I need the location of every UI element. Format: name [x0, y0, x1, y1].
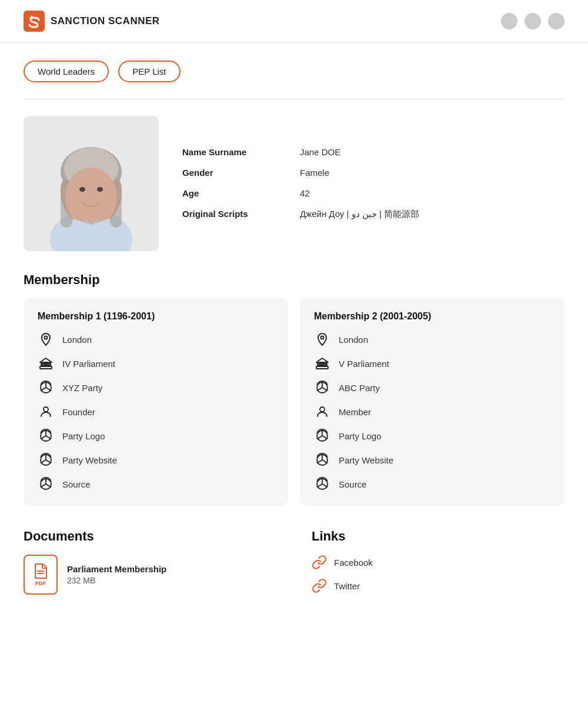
- svg-rect-30: [323, 362, 325, 366]
- membership-1-text-2: XYZ Party: [62, 383, 102, 393]
- location-icon-2: [314, 331, 330, 348]
- link-icon-facebook: [312, 555, 327, 570]
- party-website-icon-2: [314, 452, 330, 468]
- party-logo-icon-2: [314, 428, 330, 444]
- membership-2-text-3: Member: [339, 407, 371, 417]
- label-original-scripts: Original Scripts: [182, 209, 276, 220]
- value-age: 42: [300, 188, 310, 198]
- links-title: Links: [312, 529, 564, 544]
- svg-rect-31: [326, 362, 327, 366]
- doc-info-0: Parliament Membership 232 MB: [67, 564, 166, 585]
- membership-1-text-0: London: [62, 335, 92, 345]
- membership-2-text-4: Party Logo: [339, 431, 382, 441]
- profile-photo: [24, 116, 159, 251]
- link-item-0[interactable]: Facebook: [312, 555, 564, 570]
- svg-rect-29: [322, 362, 323, 366]
- profile-row-gender: Gender Famele: [182, 168, 419, 178]
- membership-2-text-0: London: [339, 335, 368, 345]
- logo-text: SANCTION SCANNER: [51, 15, 160, 27]
- documents-col: Documents PDF Parliament Membership 232 …: [24, 529, 276, 595]
- membership-2-text-2: ABC Party: [339, 383, 380, 393]
- profile-row-scripts: Original Scripts Джейн Доу | جین دو | 简能…: [182, 209, 419, 220]
- svg-rect-19: [49, 362, 51, 366]
- svg-rect-15: [41, 362, 42, 366]
- svg-rect-18: [47, 362, 48, 366]
- profile-info: Name Surname Jane DOE Gender Famele Age …: [182, 116, 419, 251]
- links-col: Links Facebook Twitter: [312, 529, 564, 595]
- location-icon: [38, 331, 54, 348]
- membership-card-2: Membership 2 (2001-2005) London: [300, 298, 564, 505]
- membership-section-title: Membership: [24, 272, 564, 288]
- svg-point-13: [45, 336, 48, 339]
- parliament-icon-2: [314, 355, 330, 372]
- label-age: Age: [182, 188, 276, 198]
- doc-title-0: Parliament Membership: [67, 564, 166, 574]
- parliament-icon: [38, 355, 54, 372]
- membership-1-text-4: Party Logo: [62, 431, 105, 441]
- value-name-surname: Jane DOE: [300, 147, 340, 157]
- label-name-surname: Name Surname: [182, 147, 276, 157]
- party-icon-1: [38, 379, 54, 396]
- svg-point-21: [44, 407, 48, 412]
- svg-point-33: [320, 407, 325, 412]
- tab-pep-list[interactable]: PEP List: [118, 61, 180, 82]
- header-circles: [501, 13, 564, 29]
- link-label-0: Facebook: [334, 558, 373, 568]
- documents-title: Documents: [24, 529, 276, 544]
- membership-card-1: Membership 1 (1196-2001) London: [24, 298, 288, 505]
- membership-2-item-6: Source: [314, 476, 550, 492]
- membership-1-text-6: Source: [62, 479, 91, 489]
- header-circle-3[interactable]: [548, 13, 564, 29]
- svg-rect-17: [45, 362, 46, 366]
- membership-1-item-5: Party Website: [38, 452, 274, 468]
- svg-rect-16: [44, 362, 45, 366]
- membership-1-title: Membership 1 (1196-2001): [38, 311, 274, 322]
- divider: [24, 99, 564, 99]
- header: SANCTION SCANNER: [0, 0, 588, 43]
- party-logo-icon-1: [38, 428, 54, 444]
- main-content: World Leaders PEP List: [0, 43, 588, 612]
- pdf-icon: PDF: [24, 555, 58, 595]
- link-icon-twitter: [312, 578, 327, 593]
- label-gender: Gender: [182, 168, 276, 178]
- svg-rect-0: [24, 11, 45, 32]
- profile-row-age: Age 42: [182, 188, 419, 198]
- membership-2-item-2: ABC Party: [314, 379, 550, 396]
- link-item-1[interactable]: Twitter: [312, 578, 564, 593]
- logo: SANCTION SCANNER: [24, 11, 160, 32]
- membership-2-item-4: Party Logo: [314, 428, 550, 444]
- membership-2-item-3: Member: [314, 403, 550, 420]
- pdf-label: PDF: [35, 580, 46, 586]
- memberships-container: Membership 1 (1196-2001) London: [24, 298, 564, 505]
- person-icon-1: [38, 403, 54, 420]
- membership-2-text-5: Party Website: [339, 455, 393, 465]
- bottom-section: Documents PDF Parliament Membership 232 …: [24, 529, 564, 595]
- pdf-file-icon: [32, 563, 49, 579]
- party-icon-2: [314, 379, 330, 396]
- doc-size-0: 232 MB: [67, 576, 166, 585]
- svg-point-25: [321, 336, 324, 339]
- header-circle-1[interactable]: [501, 13, 517, 29]
- svg-point-10: [65, 168, 117, 226]
- header-circle-2[interactable]: [524, 13, 541, 29]
- source-icon-1: [38, 476, 54, 492]
- svg-rect-27: [318, 362, 319, 366]
- person-icon-2: [314, 403, 330, 420]
- membership-2-title: Membership 2 (2001-2005): [314, 311, 550, 322]
- svg-point-12: [97, 187, 103, 192]
- value-original-scripts: Джейн Доу | جین دو | 简能源部: [300, 209, 419, 220]
- logo-icon: [24, 11, 45, 32]
- svg-rect-28: [320, 362, 321, 366]
- membership-1-item-6: Source: [38, 476, 274, 492]
- membership-2-item-1: V Parliament: [314, 355, 550, 372]
- profile-section: Name Surname Jane DOE Gender Famele Age …: [24, 116, 564, 251]
- membership-1-item-3: Founder: [38, 403, 274, 420]
- svg-point-11: [79, 187, 85, 192]
- membership-1-item-0: London: [38, 331, 274, 348]
- tabs-container: World Leaders PEP List: [24, 61, 564, 82]
- membership-2-item-5: Party Website: [314, 452, 550, 468]
- tab-world-leaders[interactable]: World Leaders: [24, 61, 109, 82]
- membership-1-item-2: XYZ Party: [38, 379, 274, 396]
- membership-1-text-1: IV Parliament: [62, 359, 115, 369]
- membership-1-item-1: IV Parliament: [38, 355, 274, 372]
